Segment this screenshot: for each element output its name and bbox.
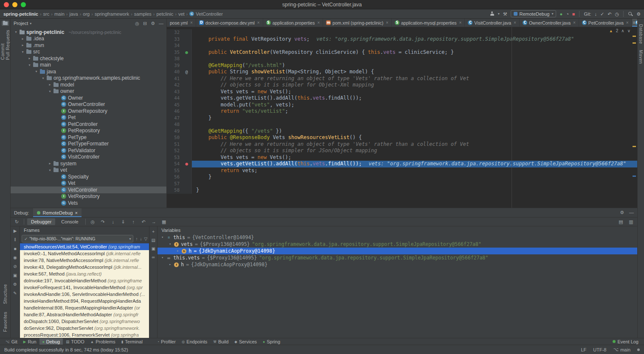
code-line[interactable]: 49 @GetMapping({ "/vets" }) (167, 128, 637, 135)
tree-item[interactable]: OwnerRepository (11, 108, 166, 114)
gutter-icon[interactable]: @ (182, 69, 192, 75)
tool-window-button[interactable]: ⚒ Build (210, 338, 231, 345)
prev-problem-icon[interactable]: ∧ (621, 28, 624, 33)
tool-window-button[interactable]: Structure (3, 284, 8, 304)
settings-gear-icon[interactable]: ⚙ (620, 210, 624, 215)
editor-tab[interactable]: pose.yml × (167, 19, 196, 27)
run-configuration-select[interactable]: RemoteDebug ▾ (511, 10, 557, 17)
close-window-button[interactable] (4, 2, 9, 7)
scrollbar-warning-mark[interactable] (633, 36, 636, 37)
close-icon[interactable]: × (459, 20, 462, 25)
variable-expander-icon[interactable]: ▸ (168, 261, 172, 268)
git-branch-indicator[interactable]: ⌥ main (613, 347, 630, 352)
code-line[interactable]: 48 (167, 121, 637, 128)
gutter-icon[interactable] (182, 29, 192, 36)
stack-frame[interactable]: doDispatch:1060, DispatcherServlet (org.… (20, 318, 149, 325)
tree-item[interactable]: ▸ system (11, 160, 166, 167)
tree-expander-icon[interactable]: ▾ (48, 89, 52, 93)
gutter-icon[interactable] (182, 167, 192, 174)
duplicate-icon[interactable]: ▣ (151, 246, 155, 251)
code-line[interactable]: 38 (167, 56, 637, 62)
variable-row[interactable]: ▸ h h = {JdkDynamicAopProxy@14098} (157, 248, 637, 254)
tree-item[interactable]: OwnerController (11, 101, 166, 108)
breadcrumb-item[interactable]: petclinic › (157, 11, 178, 17)
stack-frame[interactable]: invoke:43, DelegatingMethodAccessorImpl … (20, 264, 149, 270)
gutter-icon[interactable] (182, 115, 192, 122)
editor-tab[interactable]: OwnerController.java × (520, 19, 579, 27)
line-number[interactable]: 50 (167, 134, 182, 141)
tree-item[interactable]: Vets (11, 200, 166, 206)
code-line[interactable]: 42 // objects so it is simpler for Objec… (167, 82, 637, 89)
tree-item[interactable]: ▸ checkstyle (11, 55, 166, 62)
line-number[interactable]: 51 (167, 141, 182, 148)
drop-frame-icon[interactable]: ↶ (140, 219, 148, 225)
stack-frame[interactable]: invoke:567, Method (java.lang.reflect) (20, 270, 149, 277)
breadcrumb-item[interactable]: vet › (178, 11, 189, 17)
line-number[interactable]: 48 (167, 121, 182, 128)
step-over-icon[interactable]: ↷ (99, 219, 107, 225)
close-icon[interactable]: × (190, 20, 193, 25)
code-line[interactable]: 32 (167, 29, 637, 36)
code-line[interactable]: 57 (167, 181, 637, 187)
code-line[interactable]: 50 public @ResponseBody Vets showResourc… (167, 134, 637, 141)
scrollbar-warning-mark[interactable] (633, 42, 636, 44)
tree-item[interactable]: PetController (11, 121, 166, 128)
code-line[interactable]: 41 // Here we are returning an object of… (167, 75, 637, 82)
variable-expander-icon[interactable]: ▾ (160, 254, 164, 261)
stack-frame[interactable]: doService:962, DispatcherServlet (org.sp… (20, 325, 149, 332)
tool-window-button[interactable]: Database (638, 24, 643, 44)
breadcrumb-item[interactable]: samples › (134, 11, 157, 17)
code-line[interactable]: 33 private final VetRepository vets;vets… (167, 36, 637, 43)
line-number[interactable]: 42 (167, 82, 182, 89)
restore-layout-icon[interactable]: ▥ (627, 219, 635, 225)
gutter-icon[interactable] (182, 75, 192, 82)
stack-frame[interactable]: handle:87, AbstractHandlerMethodAdapter … (20, 311, 149, 318)
pause-icon[interactable]: ‖ (14, 237, 16, 243)
tool-window-button[interactable]: ● Debug (39, 338, 63, 345)
tool-window-button[interactable]: ◆ Services (231, 338, 260, 345)
tool-window-button[interactable]: Commit (0, 43, 5, 60)
scrollbar-caret-mark[interactable] (633, 176, 636, 177)
close-icon[interactable]: × (75, 210, 77, 215)
tree-item[interactable]: PetRepository (11, 128, 166, 134)
thread-selector[interactable]: ✓ "http-nio-8080-..."main": RUNNING ▾ (22, 235, 133, 243)
tree-expander-icon[interactable]: ▾ (41, 76, 45, 80)
tree-expander-icon[interactable]: ▾ (28, 63, 31, 67)
line-number[interactable]: 58 (167, 187, 182, 194)
tree-expander-icon[interactable]: ▸ (21, 43, 25, 47)
close-icon[interactable]: × (386, 20, 388, 25)
variable-row[interactable]: ▾ ∞ this.vets = {$Proxy136@14095} "org.s… (157, 254, 637, 261)
gutter-icon[interactable] (182, 108, 192, 115)
breadcrumb-item[interactable]: VetController (189, 11, 226, 17)
chevron-down-icon[interactable]: ▾ (30, 22, 31, 25)
gutter-icon[interactable] (182, 154, 192, 161)
code-line[interactable]: 51 // Here we are returning an object of… (167, 141, 637, 148)
line-number[interactable]: 44 (167, 95, 182, 102)
breadcrumb-item[interactable]: org › (83, 11, 95, 17)
line-ending-indicator[interactable]: LF (581, 347, 586, 352)
tree-item[interactable]: VetController (11, 187, 166, 193)
tree-expander-icon[interactable]: ▾ (34, 70, 38, 73)
tab-console[interactable]: Console (57, 218, 82, 225)
close-icon[interactable]: × (626, 20, 629, 25)
gutter-icon[interactable] (182, 95, 192, 102)
tool-window-button[interactable]: Maven (638, 50, 643, 64)
code-line[interactable]: 39 @GetMapping("/vets.html") (167, 62, 637, 69)
tool-window-button[interactable]: Pull Requests (5, 30, 10, 60)
tree-item[interactable]: VetRepository (11, 193, 166, 200)
filter-frames-icon[interactable]: ▽ (144, 237, 147, 241)
code-line[interactable]: 47 } (167, 115, 637, 122)
gutter-icon[interactable] (182, 134, 192, 141)
tree-item[interactable]: ▸ .idea (11, 36, 166, 42)
tree-item[interactable]: ▾ org.springframework.samples.petclinic (11, 75, 166, 82)
vcs-update-icon[interactable]: ↓ (595, 11, 597, 17)
editor-tab[interactable]: PetController.java × (579, 19, 632, 27)
stop-icon[interactable]: ■ (14, 246, 16, 251)
tool-window-button[interactable]: ▶ Run (20, 338, 39, 345)
project-view-title[interactable]: Project (14, 21, 28, 26)
gutter-icon[interactable] (182, 148, 192, 154)
gutter-icon[interactable]: ● (182, 49, 192, 56)
gutter-icon[interactable] (182, 128, 192, 135)
line-number[interactable]: 33 (167, 36, 182, 43)
hide-panel-icon[interactable]: ― (629, 210, 634, 215)
